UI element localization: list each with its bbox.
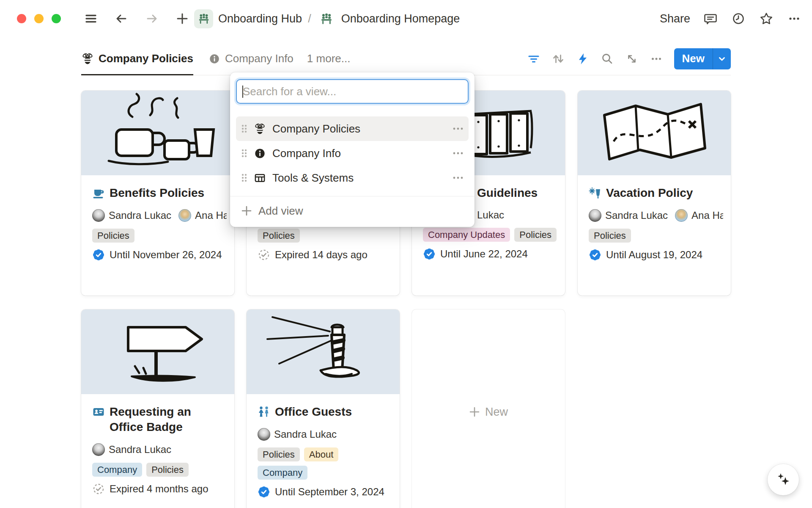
view-options-ellipsis-icon[interactable] [650,52,663,66]
ai-assistant-button[interactable] [768,464,799,495]
avatar [92,443,105,456]
sidebar-menu-icon[interactable] [84,11,98,26]
card-cover-signpost-illustration [81,309,234,394]
item-options-ellipsis-icon[interactable] [453,127,464,131]
card-cover-map-illustration [578,91,731,175]
avatar [589,209,601,222]
card-cover-mugs-illustration [81,91,234,175]
coffee-cup-icon [92,185,105,201]
card-date: Until November 26, 2024 [110,249,222,261]
tag: About [304,447,339,461]
back-icon[interactable] [114,11,129,26]
tag: Policies [258,229,300,243]
tag: Company Updates [423,228,510,242]
card-benefits-policies[interactable]: Benefits Policies Sandra Lukac Ana Ha Po… [81,91,234,295]
view-menu-item-label: Tools & Systems [272,171,446,185]
sort-icon[interactable] [551,52,565,66]
bee-icon [254,123,266,135]
bee-icon [81,52,94,65]
card-date: Until August 19, 2024 [606,249,702,261]
more-options-icon[interactable] [787,11,802,26]
forward-icon[interactable] [145,11,159,26]
automations-bolt-icon[interactable] [576,52,590,66]
card-status: Expired 14 days ago [275,249,368,261]
tag: Policies [589,229,631,243]
add-view-label: Add view [258,204,303,218]
verified-badge-icon [258,486,270,498]
expired-check-icon [92,483,105,495]
view-menu-item-tools-systems[interactable]: Tools & Systems [236,166,469,190]
add-view-button[interactable]: Add view [236,201,469,221]
card-date: Until June 22, 2024 [440,248,528,260]
breadcrumb-root[interactable]: Onboarding Hub [218,12,302,25]
sparkles-icon [774,471,792,489]
add-new-card-label: New [485,406,508,419]
verified-badge-icon [92,248,105,261]
view-menu-item-company-info[interactable]: Company Info [236,141,469,166]
search-icon[interactable] [601,52,614,66]
comments-icon[interactable] [703,11,718,26]
share-button[interactable]: Share [660,12,690,25]
vacation-sun-icon [589,185,601,201]
breadcrumb-separator: / [307,12,312,25]
avatar [258,428,270,441]
new-button[interactable]: New [674,48,713,69]
view-menu-item-label: Company Info [272,147,446,160]
avatar [92,209,105,222]
tag: Policies [514,228,557,242]
drag-handle-icon[interactable] [241,124,247,134]
updates-clock-icon[interactable] [731,11,746,26]
table-grid-icon [254,172,266,184]
more-views-link[interactable]: 1 more... [307,52,351,65]
filter-icon[interactable] [527,52,540,66]
card-vacation-policy[interactable]: Vacation Policy Sandra Lukac Ana Hau Pol… [578,91,731,295]
onboarding-hub-page-icon [194,9,213,28]
view-search-input[interactable] [237,80,468,103]
card-office-badge[interactable]: Requesting an Office Badge Sandra Lukac … [81,309,234,508]
tag: Policies [92,229,134,243]
view-menu-item-label: Company Policies [272,122,446,135]
tag: Policies [146,463,189,477]
card-status: Expired 4 months ago [110,483,208,495]
traffic-lights [17,14,61,23]
window-titlebar: Onboarding Hub / Onboarding Homepage Sha… [0,0,812,38]
item-options-ellipsis-icon[interactable] [453,151,464,155]
card-date: Until September 3, 2024 [275,486,384,498]
view-search-field [236,79,469,104]
new-button-group: New [674,48,731,69]
add-new-card[interactable]: New [412,309,565,508]
card-people: Lukac [477,209,557,221]
breadcrumb-current[interactable]: Onboarding Homepage [341,12,460,25]
expand-view-icon[interactable] [625,52,639,66]
view-menu-item-company-policies[interactable]: Company Policies [236,116,469,141]
new-button-chevron-down-icon[interactable] [713,48,731,69]
card-office-guests[interactable]: Office Guests Sandra Lukac Policies Abou… [247,309,400,508]
onboarding-homepage-page-icon [317,9,336,28]
text-caret [242,86,243,98]
zoom-window-button[interactable] [52,14,61,23]
card-title-text: Vacation Policy [606,185,693,201]
card-people: Sandra Lukac Ana Hau [589,209,723,222]
favorite-star-icon[interactable] [759,11,774,26]
minimize-window-button[interactable] [34,14,44,23]
tab-label: Company Info [225,52,294,65]
avatar [178,209,191,222]
card-cover-lighthouse-illustration [247,309,400,394]
card-title-text: Benefits Policies [110,185,204,201]
view-search-dropdown: Company Policies Company Info Tools & Sy… [230,72,475,227]
tag: Company [92,463,142,477]
person-name: Ana Ha [195,210,227,221]
close-window-button[interactable] [17,14,26,23]
tab-company-info[interactable]: Company Info [208,42,294,75]
card-title-text: Requesting an Office Badge [110,404,227,435]
verified-badge-icon [423,248,436,260]
item-options-ellipsis-icon[interactable] [453,176,464,180]
new-page-plus-icon[interactable] [175,11,189,26]
drag-handle-icon[interactable] [241,148,247,158]
card-people: Sandra Lukac [92,443,227,456]
tab-label: Company Policies [99,52,193,65]
drag-handle-icon[interactable] [241,173,247,183]
tab-company-policies[interactable]: Company Policies [81,42,193,75]
tag: Company [258,466,307,480]
expired-check-icon [258,248,270,261]
